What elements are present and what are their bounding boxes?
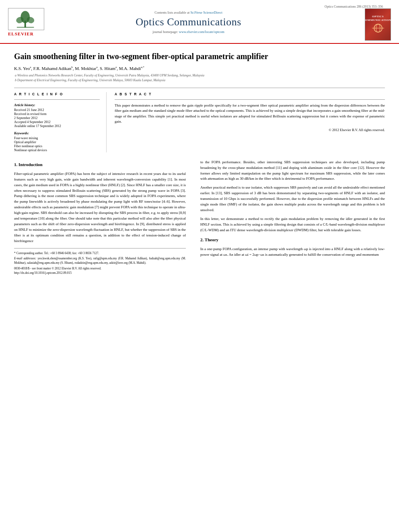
section1-paragraph-right3: In this letter, we demonstrate a method … [200, 216, 385, 233]
body-column-right: to the FOPA performance. Besides, other … [193, 160, 385, 275]
article-info-divider [14, 99, 100, 100]
section1-paragraph1: Fiber-optical parametric amplifier (FOPA… [14, 171, 186, 244]
keywords-section: Keywords: Four-wave mixing Optical ampli… [14, 131, 100, 152]
history-accepted: Accepted 4 September 2012 [14, 120, 100, 124]
section1-heading: 1. Introduction [14, 161, 186, 168]
journal-homepage: journal homepage: www.elsevier.com/locat… [60, 30, 317, 34]
elsevier-text: ELSEVIER [8, 31, 34, 36]
footnote-issn: 0030-4018/$ - see front matter © 2012 El… [14, 266, 186, 271]
keyword-1: Four-wave mixing [14, 136, 100, 140]
footnote-section: * Corresponding author. Tel.: +60 3 8946… [14, 248, 186, 275]
journal-cover: Optics Communications 286 (2013) 353–356… [325, 3, 391, 41]
section2-paragraph1: In a one-pump FOPA configuration, an int… [200, 246, 385, 258]
abstract-divider [115, 99, 385, 100]
author-ma-mahdi: M.A. Mahdia,* [119, 66, 144, 71]
affiliation-a: a Wireless and Photonics Networks Resear… [14, 73, 385, 78]
article-info-heading: A R T I C L E I N F O [14, 92, 100, 96]
copyright-line: © 2012 Elsevier B.V. All rights reserved… [115, 128, 385, 132]
section2-heading: 2. Theory [200, 236, 385, 243]
footnote-emails: E-mail addresses: yeo.kwok.shen@osamembe… [14, 256, 186, 265]
article-meta-row: A R T I C L E I N F O Article history: R… [14, 92, 385, 152]
homepage-link[interactable]: www.elsevier.com/locate/optcom [179, 30, 224, 34]
article-history-label: Article history: [14, 103, 100, 107]
elsevier-logo-box [8, 8, 44, 30]
email-label: E-mail addresses: [14, 257, 36, 260]
article-title: Gain smoothening filter in two-segment f… [14, 51, 385, 62]
journal-header: ELSEVIER Contents lists available at Sci… [0, 0, 399, 44]
divider-line [14, 88, 385, 88]
author-s-hitam: S. Hitama [100, 66, 117, 71]
keyword-4: Nonlinear optical devices [14, 148, 100, 152]
keyword-2: Optical amplifier [14, 140, 100, 144]
history-available: Available online 17 September 2012 [14, 124, 100, 128]
history-revised-date: 2 September 2012 [14, 116, 100, 120]
keyword-3: Fiber nonlinear optics [14, 144, 100, 148]
footnote-email-list: yeo.kwok.shen@osamember.org (K.S. Yeo), … [14, 257, 186, 265]
journal-citation: Optics Communications 286 (2013) 353–356 [325, 3, 391, 8]
abstract-column: A B S T R A C T This paper demonstrates … [107, 92, 385, 152]
article-content: Gain smoothening filter in two-segment f… [0, 44, 399, 283]
author-fr-adikan: F.R. Mahamd Adikanb [33, 66, 73, 71]
abstract-heading: A B S T R A C T [115, 92, 385, 96]
footnote-corresponding: * Corresponding author. Tel.: +60 3 8946… [14, 251, 186, 255]
section1-paragraph-right1: to the FOPA performance. Besides, other … [200, 160, 385, 182]
cover-decoration-svg [370, 22, 386, 34]
cover-title: OPTICSCOMMUNICATIONS [363, 15, 393, 22]
authors-line: K.S. Yeoa, F.R. Mahamd Adikanb, M. Mokht… [14, 66, 385, 71]
journal-cover-image: OPTICSCOMMUNICATIONS [365, 8, 391, 41]
elsevier-logo-svg [9, 9, 43, 29]
keywords-label: Keywords: [14, 131, 100, 135]
abstract-text: This paper demonstrates a method to remo… [115, 103, 385, 125]
section1-paragraph-right2: Another practical method is to use isola… [200, 185, 385, 213]
journal-center: Contents lists available at SciVerse Sci… [52, 10, 325, 34]
journal-title: Optics Communications [60, 16, 317, 28]
body-column-left: 1. Introduction Fiber-optical parametric… [14, 160, 193, 275]
journal-meta-top: Contents lists available at SciVerse Sci… [60, 10, 317, 14]
footnote-doi: http://dx.doi.org/10.1016/j.optcom.2012.… [14, 271, 186, 275]
page-wrapper: ELSEVIER Contents lists available at Sci… [0, 0, 399, 532]
author-ks-yeo: K.S. Yeoa [14, 66, 31, 71]
history-revised-label: Received in revised form [14, 112, 100, 116]
affiliation-b: b Department of Electrical Engineering, … [14, 78, 385, 83]
history-received: Received 21 June 2012 [14, 108, 100, 112]
affiliations: a Wireless and Photonics Networks Resear… [14, 73, 385, 83]
article-info-column: A R T I C L E I N F O Article history: R… [14, 92, 107, 152]
author-m-mokhtar: M. Mokhtara [75, 66, 97, 71]
body-columns: 1. Introduction Fiber-optical parametric… [14, 160, 385, 275]
elsevier-logo: ELSEVIER [8, 8, 52, 36]
sciverse-link[interactable]: SciVerse ScienceDirect [190, 10, 222, 14]
